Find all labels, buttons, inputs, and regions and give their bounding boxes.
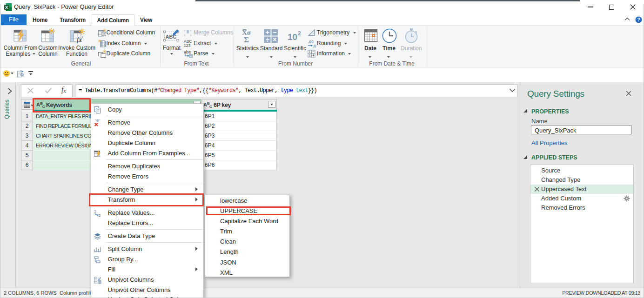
svg-text:.0: .0 (313, 44, 316, 48)
svg-text:abc: abc (184, 50, 191, 54)
svg-text:?: ? (637, 17, 640, 22)
svg-text:123: 123 (184, 43, 190, 47)
svg-text:3: 3 (309, 54, 311, 57)
svg-text:≠: ≠ (103, 32, 105, 36)
svg-text:2: 2 (298, 30, 301, 37)
svg-text:1: 1 (94, 209, 96, 213)
svg-text:10: 10 (288, 32, 297, 42)
svg-text:1: 1 (309, 50, 311, 53)
svg-text:X: X (5, 5, 8, 10)
svg-text:Σ: Σ (244, 35, 249, 44)
svg-text:2: 2 (99, 213, 101, 217)
svg-text:fx: fx (77, 36, 82, 43)
